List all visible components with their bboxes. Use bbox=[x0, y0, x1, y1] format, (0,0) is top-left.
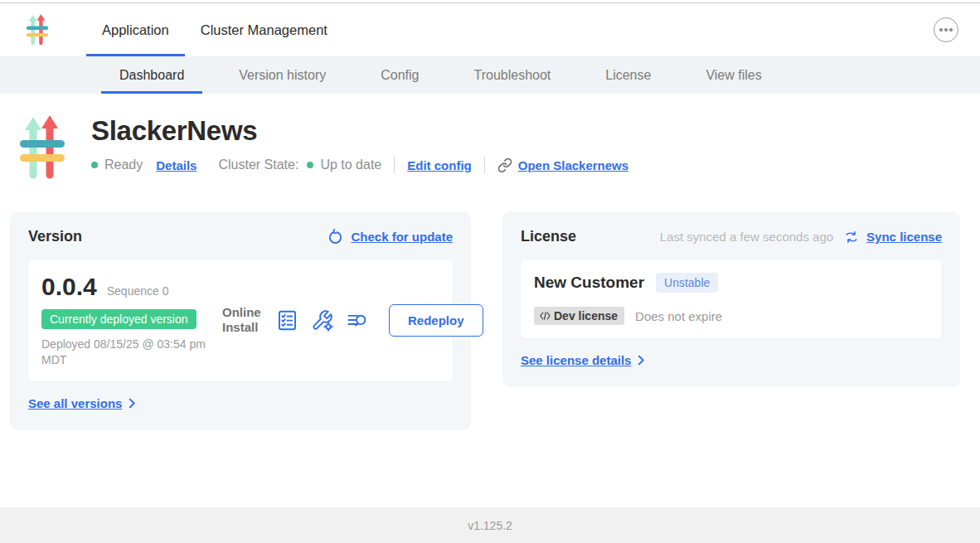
version-number: 0.0.4 bbox=[41, 273, 97, 301]
tab-view-files[interactable]: View files bbox=[704, 56, 763, 94]
last-synced-text: Last synced a few seconds ago bbox=[660, 230, 833, 244]
status-details-link[interactable]: Details bbox=[156, 158, 196, 172]
license-type-text: Dev license bbox=[554, 309, 618, 322]
app-logo-icon bbox=[18, 114, 66, 182]
console-footer: v1.125.2 bbox=[0, 507, 980, 543]
see-license-details-link[interactable]: See license details bbox=[521, 353, 631, 367]
preflight-checks-icon[interactable] bbox=[276, 309, 298, 332]
see-all-versions-link[interactable]: See all versions bbox=[28, 396, 122, 410]
check-for-update-link[interactable]: Check for update bbox=[351, 230, 453, 244]
divider bbox=[394, 157, 395, 173]
overflow-menu-button[interactable] bbox=[934, 17, 958, 42]
version-card: Version Check for update 0.0.4 Sequence … bbox=[10, 211, 471, 430]
console-version: v1.125.2 bbox=[468, 519, 512, 532]
license-type-tag: Dev license bbox=[534, 307, 624, 325]
tab-application[interactable]: Application bbox=[86, 3, 185, 56]
deployed-timestamp: Deployed 08/15/25 @ 03:54 pm MDT bbox=[41, 337, 222, 368]
chevron-right-icon bbox=[638, 355, 645, 366]
cluster-state-dot bbox=[307, 162, 313, 168]
install-type-label: Online Install bbox=[222, 305, 264, 335]
cluster-state-text: Up to date bbox=[320, 158, 381, 172]
license-card-title: License bbox=[521, 228, 576, 245]
brand-logo-icon bbox=[23, 13, 51, 46]
tab-cluster-management[interactable]: Cluster Management bbox=[185, 3, 343, 56]
code-icon bbox=[539, 311, 551, 321]
check-update-wrap[interactable]: Check for update bbox=[327, 228, 453, 245]
divider bbox=[484, 157, 485, 173]
customer-name: New Customer bbox=[534, 274, 644, 292]
dashboard-cards: Version Check for update 0.0.4 Sequence … bbox=[10, 211, 960, 430]
channel-badge: Unstable bbox=[656, 273, 718, 293]
ellipsis-icon bbox=[949, 28, 953, 32]
tab-version-history[interactable]: Version history bbox=[237, 56, 327, 94]
page-title: SlackerNews bbox=[91, 115, 628, 147]
license-card: License Last synced a few seconds ago Sy… bbox=[502, 211, 960, 387]
tab-license[interactable]: License bbox=[604, 56, 653, 94]
current-version-panel: 0.0.4 Sequence 0 Currently deployed vers… bbox=[28, 259, 453, 381]
tab-dashboard[interactable]: Dashboard bbox=[118, 56, 186, 94]
tab-troubleshoot[interactable]: Troubleshoot bbox=[472, 56, 552, 94]
ellipsis-icon bbox=[939, 28, 943, 32]
app-status-text: Ready bbox=[104, 158, 143, 172]
version-sequence: Sequence 0 bbox=[107, 284, 169, 298]
app-subnav: Dashboard Version history Config Trouble… bbox=[0, 56, 980, 94]
license-panel: New Customer Unstable Dev license Does n… bbox=[521, 259, 942, 338]
open-app-link[interactable]: Open Slackernews bbox=[518, 158, 628, 172]
see-license-details-wrap[interactable]: See license details bbox=[521, 353, 942, 367]
chevron-right-icon bbox=[129, 398, 136, 409]
app-hero: SlackerNews Ready Details Cluster State:… bbox=[18, 114, 980, 182]
ellipsis-icon bbox=[944, 28, 948, 32]
cluster-state-label: Cluster State: bbox=[218, 158, 298, 172]
see-all-versions-wrap[interactable]: See all versions bbox=[28, 396, 453, 410]
open-app-link-wrap[interactable]: Open Slackernews bbox=[497, 158, 628, 172]
main-header: Application Cluster Management bbox=[0, 3, 980, 56]
app-status-row: Ready Details Cluster State: Up to date … bbox=[91, 157, 628, 173]
sync-icon bbox=[843, 229, 860, 245]
sync-license-wrap[interactable]: Sync license bbox=[843, 229, 942, 245]
version-card-title: Version bbox=[28, 228, 82, 245]
redeploy-button[interactable]: Redeploy bbox=[389, 304, 483, 337]
main-tabs: Application Cluster Management bbox=[86, 3, 343, 56]
deployed-status-badge: Currently deployed version bbox=[41, 309, 196, 329]
view-logs-icon[interactable] bbox=[346, 309, 368, 332]
tab-config[interactable]: Config bbox=[379, 56, 420, 94]
refresh-icon bbox=[327, 228, 344, 245]
edit-config-link[interactable]: Edit config bbox=[407, 158, 472, 172]
license-expiry-text: Does not expire bbox=[635, 309, 722, 323]
sync-license-link[interactable]: Sync license bbox=[866, 230, 942, 244]
app-status-dot bbox=[91, 162, 98, 168]
external-link-icon bbox=[497, 158, 512, 172]
config-wrench-icon[interactable] bbox=[311, 309, 333, 332]
